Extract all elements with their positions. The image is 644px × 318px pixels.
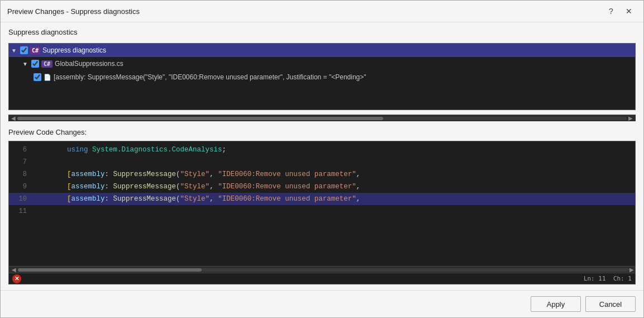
code-line-9: 9 [assembly: SuppressMessage("Style", "I… [9, 181, 635, 193]
title-bar: Preview Changes - Suppress diagnostics ?… [1, 1, 643, 22]
tree-label-file: GlobalSuppressions.cs [55, 60, 123, 68]
tree-scrollbar[interactable]: ◀ ▶ [8, 115, 636, 121]
line-num-11: 11 [9, 207, 34, 215]
checkbox-root[interactable] [20, 46, 28, 54]
dialog-footer: Apply Cancel [1, 290, 643, 317]
suppress-section-label: Suppress diagnostics [8, 28, 636, 36]
apply-button[interactable]: Apply [531, 296, 581, 312]
preview-changes-dialog: Preview Changes - Suppress diagnostics ?… [0, 0, 644, 318]
doc-icon: 📄 [44, 74, 51, 81]
line-content-6: using System.Diagnostics.CodeAnalysis; [34, 146, 226, 154]
scroll-right-arrow[interactable]: ▶ [627, 115, 635, 121]
line-num-6: 6 [9, 146, 34, 154]
ln-label: Ln: 11 [584, 275, 606, 282]
status-right: Ln: 11 Ch: 1 [584, 275, 632, 282]
ch-label: Ch: 1 [613, 275, 632, 282]
tree-scrollbar-track[interactable] [17, 117, 627, 120]
code-status-bar: ✕ Ln: 11 Ch: 1 [9, 273, 635, 284]
scroll-left-arrow[interactable]: ◀ [9, 115, 17, 121]
code-scrollbar-track[interactable] [18, 268, 629, 272]
tree-label-root: Suppress diagnostics [42, 46, 106, 54]
tree-row-item[interactable]: 📄 [assembly: SuppressMessage("Style", "I… [9, 70, 635, 84]
tree-scrollbar-thumb [17, 117, 383, 120]
line-num-10: 10 [9, 195, 34, 203]
tree-row-root[interactable]: ▼ C# Suppress diagnostics [9, 44, 635, 57]
line-content-9: [assembly: SuppressMessage("Style", "IDE… [34, 183, 360, 191]
error-icon: ✕ [12, 274, 21, 283]
cancel-button[interactable]: Cancel [585, 296, 636, 312]
dialog-body: Suppress diagnostics ▼ C# Suppress diagn… [1, 22, 643, 290]
tree-row-file[interactable]: ▼ C# GlobalSuppressions.cs [9, 57, 635, 70]
checkbox-item[interactable] [34, 73, 41, 81]
badge-csharp-file: C# [41, 60, 53, 68]
code-scroll-left[interactable]: ◀ [10, 267, 18, 273]
code-line-6: 6 using System.Diagnostics.CodeAnalysis; [9, 144, 635, 156]
code-scrollbar-thumb [18, 268, 202, 272]
status-left: ✕ [12, 274, 21, 283]
line-content-7 [34, 158, 38, 166]
preview-code-label: Preview Code Changes: [8, 128, 636, 136]
line-content-10: [assembly: SuppressMessage("Style", "IDE… [34, 195, 360, 203]
line-content-8: [assembly: SuppressMessage("Style", "IDE… [34, 170, 360, 178]
code-scrollbar[interactable]: ◀ ▶ [9, 266, 635, 273]
tree-label-item: [assembly: SuppressMessage("Style", "IDE… [54, 73, 366, 81]
line-num-8: 8 [9, 170, 34, 178]
checkbox-file[interactable] [31, 60, 39, 68]
chevron-icon-file: ▼ [22, 61, 29, 67]
line-num-7: 7 [9, 158, 34, 166]
title-bar-right: ? ✕ [603, 5, 637, 17]
code-line-8: 8 [assembly: SuppressMessage("Style", "I… [9, 168, 635, 181]
code-content: 6 using System.Diagnostics.CodeAnalysis;… [9, 141, 635, 266]
code-panel: 6 using System.Diagnostics.CodeAnalysis;… [8, 141, 636, 284]
tree-panel[interactable]: ▼ C# Suppress diagnostics ▼ C# GlobalSup… [8, 43, 636, 110]
title-bar-left: Preview Changes - Suppress diagnostics [7, 7, 140, 16]
line-num-9: 9 [9, 183, 34, 191]
close-button[interactable]: ✕ [621, 5, 637, 17]
dialog-title: Preview Changes - Suppress diagnostics [7, 7, 140, 16]
code-scroll-right[interactable]: ▶ [629, 267, 634, 273]
code-line-11: 11 [9, 205, 635, 217]
help-button[interactable]: ? [603, 5, 619, 17]
chevron-icon-root: ▼ [11, 48, 18, 54]
line-content-11 [34, 207, 38, 215]
badge-cs-root: C# [30, 47, 40, 54]
code-line-10: 10 [assembly: SuppressMessage("Style", "… [9, 193, 635, 205]
code-line-7: 7 [9, 156, 635, 168]
